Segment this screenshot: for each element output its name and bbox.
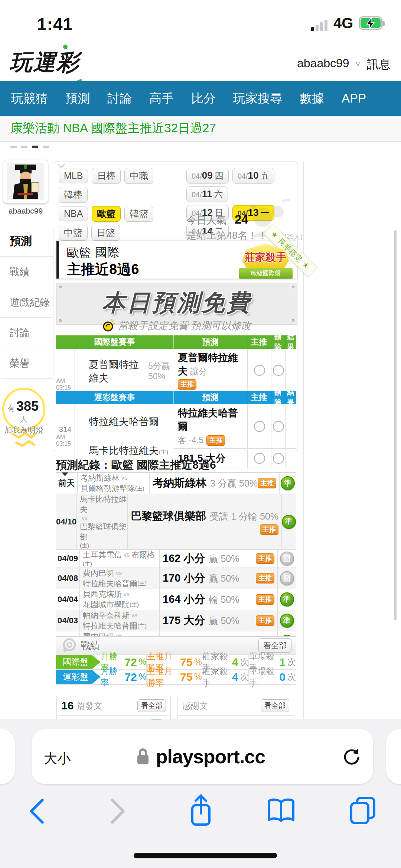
delete-radio[interactable]: [273, 453, 284, 464]
record-match: 費內巴切vs特拉維夫哈普爾(主): [80, 568, 159, 589]
posts-count: 16: [61, 699, 74, 712]
date-0409[interactable]: 04/09四: [186, 168, 229, 183]
forward-button[interactable]: [108, 797, 128, 825]
result-miss-badge: 囧: [280, 571, 294, 585]
record-date: 04/08: [56, 568, 80, 589]
record-pick: 巴黎籃球俱樂部: [131, 509, 206, 524]
main-push-radio[interactable]: [254, 421, 265, 432]
record-date: 04/04: [56, 589, 80, 610]
logo-dot-decoration: [63, 45, 68, 49]
banner-subtitle: 主推近8過6: [67, 260, 139, 279]
league-jp-baseball[interactable]: 日棒: [92, 168, 121, 184]
nav-item-player-search[interactable]: 玩家搜尋: [233, 90, 282, 107]
scrollbar[interactable]: [394, 230, 397, 620]
delete-radio[interactable]: [273, 421, 284, 432]
url-text[interactable]: playsport.cc: [156, 745, 265, 768]
record-match: 馬卡比特拉維夫vs巴黎籃球俱樂部(主): [77, 494, 127, 549]
avatar: [7, 163, 44, 200]
league-nba[interactable]: NBA: [59, 207, 88, 221]
daily-popularity: 今日人氣24: [186, 212, 248, 227]
main-push-radio[interactable]: [254, 453, 265, 464]
record-row[interactable]: 04/10 馬卡比特拉維夫vs巴黎籃球俱樂部(主) 巴黎籃球俱樂部受讓 1 分輸…: [56, 494, 296, 550]
result-hit-badge: 準: [280, 592, 294, 607]
col-result: 結果: [285, 391, 296, 404]
record-match: 帕納辛奈科斯vs特拉維夫哈普爾(主): [80, 610, 159, 631]
sidebar-tab-honors[interactable]: 榮譽: [0, 348, 53, 378]
result-cell: [286, 349, 296, 392]
tabs-button[interactable]: [348, 796, 377, 825]
sidebar-tab-game-records[interactable]: 遊戲紀錄: [0, 287, 53, 318]
popularity-label: 今日人氣: [186, 215, 226, 226]
odds-note: 5分贏50%: [148, 361, 171, 381]
league-jbl[interactable]: 日籃: [91, 225, 120, 241]
league-mlb[interactable]: MLB: [59, 169, 88, 183]
nav-item-playguess[interactable]: 玩競猜: [11, 90, 48, 107]
thanks-title: 感謝文: [182, 700, 208, 712]
col-result: 結果: [285, 335, 296, 349]
bookmarks-button[interactable]: [266, 798, 296, 824]
result-cell: [286, 449, 296, 468]
date-0411[interactable]: 04/11六: [186, 186, 228, 202]
stats-panel: 戰績 看全部 國際盤 月勝率72% 主推月勝率75% 莊家殺手4次 單場殺手1次…: [56, 636, 296, 685]
record-row[interactable]: 04/03 帕納辛奈科斯vs特拉維夫哈普爾(主) 175 大分贏 50%主推 準: [56, 610, 296, 631]
col-intl-games: 國際盤賽事: [56, 335, 174, 349]
main-push-badge: 主推: [256, 573, 274, 583]
network-type-label: 4G: [333, 15, 353, 32]
target-icon: [61, 637, 77, 654]
record-row[interactable]: 前天 考納斯綠林vs貝爾格勒游擊隊(主) 考納斯綠林3 分贏 50%主推 準: [56, 473, 296, 494]
league-euro-basketball-selected[interactable]: 歐籃: [92, 206, 121, 222]
game-time: AM 03:15: [56, 434, 74, 447]
stats-row-label: 國際盤: [56, 655, 101, 669]
nav-item-predict[interactable]: 預測: [65, 90, 90, 107]
nav-item-data[interactable]: 數據: [300, 90, 324, 107]
account-menu[interactable]: abaabc99 ˅: [297, 56, 360, 70]
username-label: abaabc99: [297, 56, 349, 70]
league-kbo[interactable]: 韓棒: [59, 187, 88, 203]
fans-suffix: 人: [20, 415, 27, 423]
reload-button[interactable]: [341, 746, 362, 767]
nav-item-app[interactable]: APP: [342, 91, 366, 105]
sidebar-tab-predictions[interactable]: 預測: [0, 226, 53, 257]
main-push-radio[interactable]: [254, 365, 265, 376]
lightbulb-filament-decoration: [11, 432, 37, 448]
home-indicator[interactable]: [134, 853, 277, 858]
status-time: 1:41: [37, 14, 73, 34]
sidebar-tab-discussions[interactable]: 討論: [0, 318, 53, 348]
content-divider: [303, 162, 304, 738]
sidebar-username: abaabc99: [0, 207, 51, 215]
battery-charging-icon: [359, 16, 382, 30]
league-cba[interactable]: 中籃: [59, 225, 88, 241]
record-date: 04/03: [56, 610, 80, 631]
back-button[interactable]: [27, 797, 46, 825]
sidebar-tab-results[interactable]: 戰績: [0, 257, 53, 287]
record-date: 04/10: [56, 494, 77, 549]
thanks-view-all-button[interactable]: 看全部: [261, 699, 289, 712]
posts-view-all-button[interactable]: 看全部: [137, 699, 166, 712]
nav-item-discuss[interactable]: 討論: [107, 90, 132, 107]
league-kbl[interactable]: 韓籃: [124, 206, 153, 222]
record-pick: 175 大分: [163, 613, 205, 628]
carousel-dots[interactable]: [10, 146, 49, 148]
announcement-marquee[interactable]: 康樂活動 NBA 國際盤主推近32日過27: [0, 116, 401, 142]
share-button[interactable]: [188, 793, 214, 828]
free-prediction-banner: 本日預測免費 當殺手設定免費 預測可以修改: [56, 283, 297, 325]
nav-item-experts[interactable]: 高手: [149, 90, 174, 107]
league-cpbl[interactable]: 中職: [124, 168, 153, 184]
col-main-push: 主推: [247, 335, 271, 349]
record-row[interactable]: 04/09 土耳其電信vs布爾格(主) 162 小分贏 50%主推 囧: [56, 550, 296, 568]
date-0410[interactable]: 04/10五: [232, 168, 275, 183]
nav-item-scores[interactable]: 比分: [191, 90, 216, 107]
chevron-down-icon: ˅: [355, 60, 360, 69]
followers-lightbulb-icon[interactable]: 有385人 加我為明燈: [2, 388, 45, 431]
record-row[interactable]: 04/08 費內巴切vs特拉維夫哈普爾(主) 170 小分贏 50%主推 囧: [56, 568, 296, 589]
messages-link[interactable]: 訊息: [367, 56, 391, 73]
posts-label: 篇發文: [76, 700, 102, 712]
records-title: 預測紀錄：歐籃 國際主推近8過6: [56, 458, 216, 473]
user-avatar-card[interactable]: [3, 160, 48, 204]
delete-radio[interactable]: [273, 365, 284, 376]
away-team: 夏普爾特拉維夫: [89, 358, 148, 385]
main-push-badge: 主推: [178, 379, 196, 390]
signal-strength-icon: [311, 19, 327, 31]
profile-tabs: 預測 戰績 遊戲紀錄 討論 榮譽: [0, 226, 53, 378]
record-row[interactable]: 04/04 貝西克塔斯vs花園城市學院(主) 164 小分輸 50%主推 準: [56, 589, 296, 610]
